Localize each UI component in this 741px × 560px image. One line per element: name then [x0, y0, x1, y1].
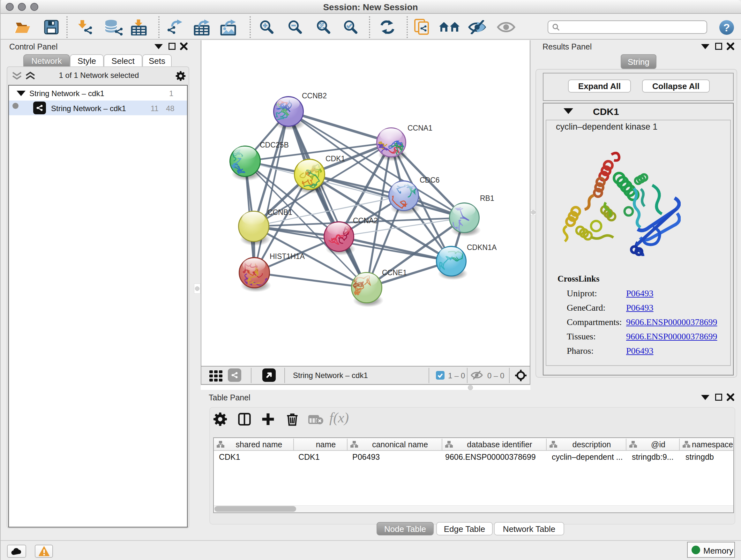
svg-text:HIST1H1A: HIST1H1A: [270, 252, 305, 260]
svg-text:CCNA2: CCNA2: [353, 216, 378, 225]
svg-text:RB1: RB1: [480, 194, 494, 202]
svg-text:CDC25B: CDC25B: [260, 141, 289, 149]
svg-text:CDKN1A: CDKN1A: [467, 243, 497, 252]
svg-text:CCNB1: CCNB1: [267, 208, 292, 216]
svg-text:CCNB2: CCNB2: [302, 91, 327, 100]
svg-text:CDC6: CDC6: [420, 176, 440, 184]
svg-text:CCNE1: CCNE1: [382, 268, 407, 277]
svg-text:CDK1: CDK1: [326, 154, 345, 163]
svg-text:CCNA1: CCNA1: [408, 124, 432, 132]
